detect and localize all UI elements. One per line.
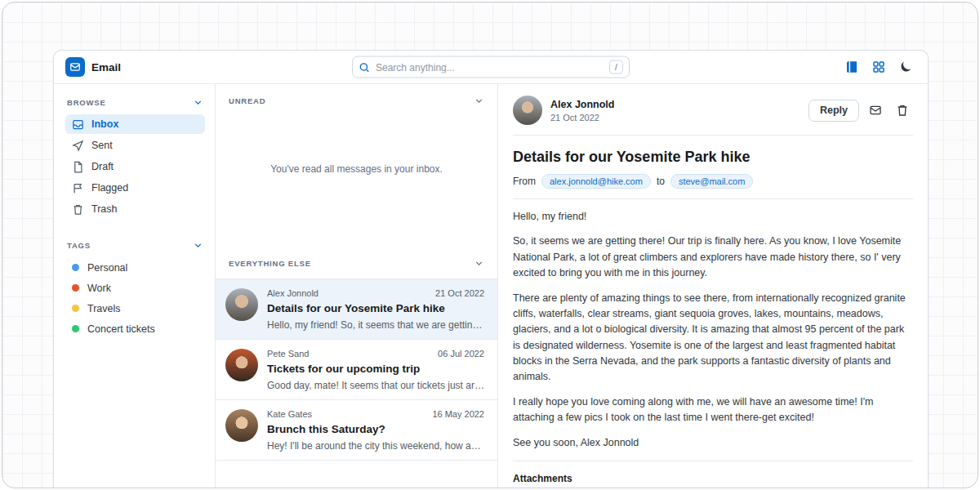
email-paragraph: I really hope you love coming along with… xyxy=(513,394,913,426)
email-item-body: Kate Gates 16 May 2022 Brunch this Satur… xyxy=(267,409,484,452)
tag-item-concert-tickets[interactable]: Concert tickets xyxy=(65,318,205,339)
email-list-item[interactable]: Pete Sand 06 Jul 2022 Tickets for our up… xyxy=(216,340,497,400)
email-preview: Hey! I'll be around the city this weeken… xyxy=(267,440,484,452)
browse-label: BROWSE xyxy=(67,98,106,107)
from-to-row: From alex.jonnold@hike.com to steve@mail… xyxy=(513,174,913,189)
reply-button[interactable]: Reply xyxy=(808,100,859,122)
search-icon xyxy=(359,61,370,73)
unread-empty-message: You've read all messages in your inbox. xyxy=(216,113,497,225)
flag-icon xyxy=(72,182,84,194)
tag-label: Concert tickets xyxy=(87,323,155,335)
to-email-chip[interactable]: steve@mail.com xyxy=(670,174,753,189)
main-columns: BROWSE Inbox Sent xyxy=(54,84,928,488)
book-icon xyxy=(844,60,859,74)
avatar xyxy=(225,409,258,442)
detail-sender-name: Alex Jonnold xyxy=(550,99,614,110)
draft-icon xyxy=(72,161,84,173)
divider xyxy=(513,135,913,136)
detail-header: Alex Jonnold 21 Oct 2022 Reply xyxy=(513,96,913,125)
email-sender: Pete Sand xyxy=(267,349,309,359)
email-list-item[interactable]: Alex Jonnold 21 Oct 2022 Details for our… xyxy=(216,279,497,340)
email-body-text: Hello, my friend! So, it seems we are ge… xyxy=(513,209,913,451)
email-preview: Hello, my friend! So, it seems that we a… xyxy=(267,319,484,331)
sent-icon xyxy=(72,140,84,152)
email-paragraph: Hello, my friend! xyxy=(513,209,913,225)
book-icon-button[interactable] xyxy=(840,56,862,78)
email-paragraph: There are plenty of amazing things to se… xyxy=(513,291,913,385)
tags-section-header[interactable]: TAGS xyxy=(65,237,205,257)
unread-section-header[interactable]: UNREAD xyxy=(216,84,497,113)
search-shortcut-key: / xyxy=(609,60,623,74)
brand: Email xyxy=(65,57,121,77)
detail-subject: Details for our Yosemite Park hike xyxy=(513,149,913,166)
email-sender: Alex Jonnold xyxy=(267,288,318,298)
tag-label: Travels xyxy=(87,303,121,314)
email-date: 06 Jul 2022 xyxy=(438,349,484,359)
sidebar-item-flagged[interactable]: Flagged xyxy=(65,178,205,198)
tags-label: TAGS xyxy=(67,241,91,250)
email-app-window: Email / xyxy=(53,50,929,488)
detail-date: 21 Oct 2022 xyxy=(550,113,614,122)
chevron-down-icon xyxy=(474,258,484,269)
moon-icon xyxy=(898,60,913,74)
tag-item-travels[interactable]: Travels xyxy=(65,298,205,318)
detail-actions: Reply xyxy=(808,100,913,122)
sidebar-item-label: Flagged xyxy=(91,182,128,194)
sidebar-item-draft[interactable]: Draft xyxy=(65,157,205,176)
delete-mail-button[interactable] xyxy=(891,100,913,122)
apps-grid-button[interactable] xyxy=(867,56,889,78)
search-box: / xyxy=(352,56,630,78)
email-item-body: Alex Jonnold 21 Oct 2022 Details for our… xyxy=(267,288,484,331)
email-paragraph: So, it seems we are getting there! Our t… xyxy=(513,234,913,281)
email-date: 16 May 2022 xyxy=(432,409,484,419)
dark-mode-toggle[interactable] xyxy=(894,56,916,78)
from-email-chip[interactable]: alex.jonnold@hike.com xyxy=(541,174,651,189)
tag-label: Work xyxy=(87,283,111,294)
everything-else-section-header[interactable]: EVERYTHING ELSE xyxy=(216,247,497,279)
apps-grid-icon xyxy=(871,60,886,74)
search-input[interactable] xyxy=(376,61,604,73)
trash-icon xyxy=(896,104,909,117)
chevron-down-icon xyxy=(474,96,484,106)
chevron-down-icon xyxy=(193,240,203,251)
app-header: Email / xyxy=(54,51,928,84)
sidebar-item-trash[interactable]: Trash xyxy=(65,199,205,219)
sidebar-item-label: Inbox xyxy=(91,118,118,130)
sidebar-item-sent[interactable]: Sent xyxy=(65,136,205,155)
email-logo-icon xyxy=(65,57,85,77)
forward-mail-button[interactable] xyxy=(864,100,886,122)
email-subject: Brunch this Saturday? xyxy=(267,423,484,435)
browse-section-header[interactable]: BROWSE xyxy=(65,94,205,114)
tag-item-personal[interactable]: Personal xyxy=(65,257,205,278)
email-sender: Kate Gates xyxy=(267,409,312,419)
inbox-icon xyxy=(72,118,84,131)
sidebar-item-label: Sent xyxy=(91,140,113,151)
header-actions xyxy=(840,56,916,78)
email-detail-pane: Alex Jonnold 21 Oct 2022 Reply xyxy=(498,84,928,488)
tag-label: Personal xyxy=(87,262,127,274)
tag-color-dot xyxy=(72,284,79,292)
sidebar: BROWSE Inbox Sent xyxy=(54,84,216,488)
divider xyxy=(513,198,913,199)
email-date: 21 Oct 2022 xyxy=(435,288,484,298)
avatar xyxy=(225,349,258,381)
chevron-down-icon xyxy=(193,97,203,108)
sidebar-item-inbox[interactable]: Inbox xyxy=(65,114,205,134)
tag-color-dot xyxy=(72,325,79,332)
avatar xyxy=(225,288,258,321)
mail-icon xyxy=(869,104,882,117)
mail-list-column: UNREAD You've read all messages in your … xyxy=(216,84,498,488)
everything-else-label: EVERYTHING ELSE xyxy=(229,259,311,268)
email-subject: Details for our Yosemite Park hike xyxy=(267,302,484,314)
attachments-label: Attachments xyxy=(513,473,913,484)
detail-sender-block: Alex Jonnold 21 Oct 2022 xyxy=(550,99,614,122)
email-subject: Tickets for our upcoming trip xyxy=(267,363,484,375)
tag-item-work[interactable]: Work xyxy=(65,278,205,298)
email-item-body: Pete Sand 06 Jul 2022 Tickets for our up… xyxy=(267,349,484,391)
email-list-item[interactable]: Kate Gates 16 May 2022 Brunch this Satur… xyxy=(216,400,497,461)
email-paragraph: See you soon, Alex Jonnold xyxy=(513,435,913,451)
app-title: Email xyxy=(91,61,121,74)
to-label: to xyxy=(657,176,665,187)
divider xyxy=(513,461,913,461)
tag-color-dot xyxy=(72,264,79,271)
